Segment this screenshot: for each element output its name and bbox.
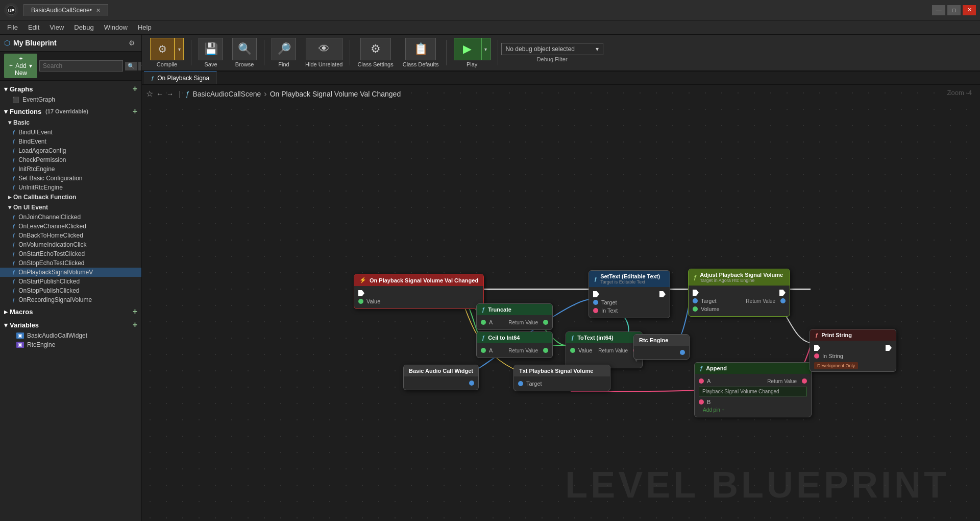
- minimize-btn[interactable]: —: [932, 5, 945, 15]
- canvas[interactable]: ☆ ← → | ƒ BasicAudioCallScene › On Playb…: [142, 85, 980, 521]
- variables-section: ▾ Variables + ▣ BasicAudioCallWidget ▣ R…: [0, 319, 141, 349]
- graphs-add-btn[interactable]: +: [133, 84, 137, 93]
- settext-node[interactable]: ƒ SetText (Editable Text) Target is Edit…: [589, 270, 670, 318]
- fn-uninit-rtc[interactable]: ƒ UnInitRtcEngine: [0, 183, 141, 192]
- variables-add-btn[interactable]: +: [133, 320, 137, 329]
- play-button[interactable]: ▶: [454, 38, 481, 60]
- add-new-button[interactable]: + + Add New ▾: [4, 54, 37, 78]
- append-b-row: B: [699, 398, 807, 406]
- panel-settings-btn[interactable]: ⚙: [127, 38, 137, 48]
- favorite-btn[interactable]: ☆: [146, 89, 153, 99]
- fn-icon: ƒ: [12, 166, 15, 172]
- printstring-node[interactable]: ƒ Print String In String Development Onl…: [810, 329, 896, 372]
- search-input[interactable]: [39, 60, 123, 72]
- functions-add-btn[interactable]: +: [133, 107, 137, 116]
- event-graph-label: EventGraph: [22, 96, 55, 103]
- fn-icon: ƒ: [12, 148, 15, 154]
- macros-add-btn[interactable]: +: [133, 307, 137, 316]
- callback-group-header[interactable]: ▸ On Callback Function: [0, 192, 141, 202]
- compile-button[interactable]: ⚙: [150, 38, 175, 60]
- adjust-exec-out: [779, 290, 786, 296]
- event-node[interactable]: ⚡ On Playback Signal Volume Val Changed …: [354, 274, 484, 309]
- txt-node[interactable]: Txt Playback Signal Volume Target: [513, 365, 610, 391]
- main-tab[interactable]: BasicAudioCallScene• ✕: [23, 4, 108, 16]
- fn-volume-ind[interactable]: ƒ OnVolumeIndicationClick: [0, 240, 141, 249]
- hide-unrelated-button[interactable]: 👁: [306, 38, 342, 60]
- fn-stop-publish[interactable]: ƒ OnStopPublishClicked: [0, 286, 141, 295]
- fn-recording-vol[interactable]: ƒ OnRecordingSignalVolume: [0, 295, 141, 304]
- tab-label: BasicAudioCallScene•: [31, 7, 92, 14]
- ui-event-group-header[interactable]: ▾ On UI Event: [0, 202, 141, 212]
- menu-file[interactable]: File: [2, 22, 23, 32]
- widget-node[interactable]: Basic Audio Call Widget: [403, 365, 479, 390]
- var-label: RtcEngine: [27, 341, 55, 348]
- menu-debug[interactable]: Debug: [69, 22, 99, 32]
- class-defaults-button[interactable]: 📋: [405, 38, 436, 60]
- fn-back-home[interactable]: ƒ OnBackToHomeClicked: [0, 231, 141, 240]
- ceil-node[interactable]: ƒ Ceil to Int64 A Return Value: [476, 331, 553, 358]
- functions-header[interactable]: ▾ Functions (17 Overridable) +: [0, 105, 141, 117]
- browse-button[interactable]: 🔍: [232, 38, 257, 60]
- debug-object-select[interactable]: No debug object selected ▾: [501, 43, 603, 55]
- truncate-header: ƒ Truncate: [477, 304, 552, 315]
- fn-join-channel[interactable]: ƒ OnJoinChannelClicked: [0, 212, 141, 222]
- search-submit-btn[interactable]: 🔍: [125, 62, 137, 70]
- macros-header[interactable]: ▸ Macros +: [0, 305, 141, 318]
- fn-stop-echo[interactable]: ƒ OnStopEchoTestClicked: [0, 258, 141, 268]
- save-button[interactable]: 💾: [199, 38, 223, 60]
- fn-set-basic-config[interactable]: ƒ Set Basic Configuration: [0, 174, 141, 183]
- tab-close-btn[interactable]: ✕: [96, 7, 101, 14]
- append-node[interactable]: ƒ Append A Return Value Playback Signal …: [694, 362, 812, 417]
- fn-playback-vol[interactable]: ƒ OnPlaybackSignalVolumeV: [0, 268, 141, 277]
- append-b-lbl: B: [707, 399, 710, 405]
- event-title: On Playback Signal Volume Val Changed: [370, 277, 478, 283]
- menu-view[interactable]: View: [44, 22, 69, 32]
- menu-window[interactable]: Window: [99, 22, 133, 32]
- close-btn[interactable]: ✕: [963, 5, 976, 15]
- fn-start-publish[interactable]: ƒ OnStartPublishClicked: [0, 277, 141, 286]
- totext-node[interactable]: ƒ ToText (int64) Value Return Value ▾: [566, 331, 643, 368]
- play-dropdown-btn[interactable]: ▾: [481, 38, 491, 60]
- bp-tab-active[interactable]: ƒ On Playback Signa: [144, 72, 217, 84]
- widget-out-pin: [469, 381, 474, 386]
- compile-dropdown-btn[interactable]: ▾: [175, 38, 184, 60]
- var-widget[interactable]: ▣ BasicAudioCallWidget: [0, 331, 141, 340]
- fn-init-rtc[interactable]: ƒ InitRtcEngine: [0, 164, 141, 174]
- adjust-node[interactable]: ƒ Adjust Playback Signal Volume Target i…: [688, 269, 790, 317]
- functions-section: ▾ Functions (17 Overridable) + ▾ Basic ƒ…: [0, 105, 141, 304]
- adjust-fn-icon: ƒ: [694, 274, 697, 280]
- fn-check-perm[interactable]: ƒ CheckPermission: [0, 155, 141, 164]
- event-graph-item[interactable]: ⬛ EventGraph: [0, 95, 141, 104]
- fn-bind-event[interactable]: ƒ BindEvent: [0, 137, 141, 146]
- fn-icon: ƒ: [12, 157, 15, 163]
- back-btn[interactable]: ←: [156, 90, 163, 98]
- fn-bind-ui-event[interactable]: ƒ BindUIEvent: [0, 128, 141, 137]
- ceil-a-lbl: A: [489, 347, 493, 353]
- maximize-btn[interactable]: □: [947, 5, 961, 15]
- event-node-header: ⚡ On Playback Signal Volume Val Changed: [354, 274, 483, 286]
- fn-leave-channel[interactable]: ƒ OnLeaveChannelClicked: [0, 222, 141, 231]
- var-rtc[interactable]: ▣ RtcEngine: [0, 340, 141, 349]
- add-pin-btn[interactable]: Add pin +: [703, 407, 725, 413]
- class-settings-button[interactable]: ⚙: [360, 38, 391, 60]
- forward-btn[interactable]: →: [166, 90, 174, 98]
- find-label: Find: [278, 61, 289, 67]
- find-button[interactable]: 🔎: [272, 38, 296, 60]
- menu-help[interactable]: Help: [133, 22, 157, 32]
- basic-group-header[interactable]: ▾ Basic: [0, 117, 141, 128]
- eye-toggle-btn[interactable]: 👁: [138, 62, 142, 70]
- truncate-node[interactable]: ƒ Truncate A Return Value: [476, 303, 553, 330]
- graphs-header[interactable]: ▾ Graphs +: [0, 83, 141, 95]
- menu-edit[interactable]: Edit: [23, 22, 44, 32]
- fn-start-echo[interactable]: ƒ OnStartEchoTestClicked: [0, 249, 141, 258]
- fn-load-agora[interactable]: ƒ LoadAgoraConfig: [0, 146, 141, 155]
- rtcengine-node[interactable]: Rtc Engine: [633, 334, 690, 360]
- fn-icon: ƒ: [12, 184, 15, 191]
- play-icon: ▶: [463, 42, 472, 56]
- compile-dropdown-icon: ▾: [178, 46, 181, 52]
- variables-header[interactable]: ▾ Variables +: [0, 319, 141, 331]
- volume-pin: [693, 306, 698, 312]
- append-addpin-row[interactable]: Add pin +: [699, 406, 807, 414]
- truncate-ret-lbl: Return Value: [508, 320, 538, 325]
- widget-title: Basic Audio Call Widget: [409, 368, 473, 374]
